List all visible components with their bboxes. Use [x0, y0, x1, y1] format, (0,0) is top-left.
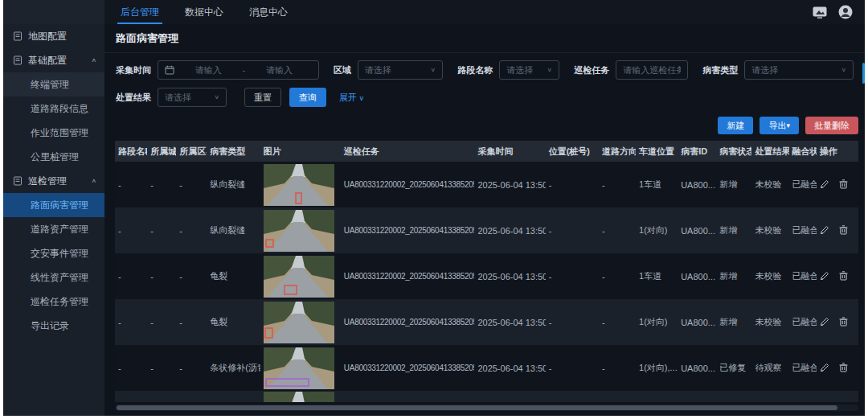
export-button[interactable]: 导出: [760, 117, 799, 134]
user-avatar-icon[interactable]: [837, 4, 854, 20]
disease-type-select[interactable]: 请选择: [744, 60, 854, 80]
cell-collect-time: [474, 391, 545, 402]
delete-icon[interactable]: [839, 317, 848, 327]
column-header: 病害ID: [678, 141, 716, 162]
sidebar-item-导出记录[interactable]: 导出记录: [3, 314, 104, 338]
cell-lane: 1车道: [636, 162, 678, 207]
cell-image: [260, 162, 341, 207]
tab-后台管理[interactable]: 后台管理: [108, 0, 172, 24]
sidebar-item-巡检任务管理[interactable]: 巡检任务管理: [3, 290, 104, 314]
collect-time-range-input[interactable]: 请输入 - 请输入: [158, 60, 319, 80]
column-header: 车道位置: [636, 141, 678, 162]
column-header: 操作: [817, 141, 858, 162]
delete-icon[interactable]: [839, 225, 848, 235]
sidebar-item-基础配置[interactable]: 基础配置 ∧: [3, 48, 104, 72]
pagination-bar: 共 12706 条 ‹ 123456 ••• 1271 › 10条/页 前往 页: [104, 411, 865, 416]
reset-button[interactable]: 重置: [244, 88, 281, 107]
disease-photo[interactable]: [264, 347, 334, 389]
edit-icon[interactable]: [820, 179, 829, 189]
cell-road-name: -: [115, 345, 147, 391]
calendar-icon: [165, 65, 174, 75]
edit-icon[interactable]: [820, 363, 829, 372]
column-header: 巡检任务: [341, 141, 475, 162]
sidebar-item-地图配置[interactable]: 地图配置: [3, 24, 104, 48]
column-header: 病害状态: [716, 141, 751, 162]
cell-fusion-status: 已融合: [789, 299, 817, 345]
handle-result-select[interactable]: 请选择: [158, 88, 227, 107]
sidebar-item-label: 交安事件管理: [31, 247, 88, 261]
sidebar-item-公里桩管理[interactable]: 公里桩管理: [3, 145, 104, 169]
vertical-scrollbar-thumb[interactable]: [862, 63, 865, 84]
table-row[interactable]: - - - 纵向裂缝 UA800331220002_20250604133852…: [115, 207, 858, 253]
edit-icon[interactable]: [820, 271, 829, 281]
disease-photo[interactable]: [264, 210, 334, 252]
cell-lane: [636, 391, 678, 402]
delete-icon[interactable]: [839, 363, 848, 372]
cell-direction: -: [599, 253, 636, 299]
cell-patrol-task: UA800331220002_20250604133852059: [341, 207, 475, 253]
logo-area: [3, 0, 104, 24]
cell-operations: [817, 299, 858, 345]
delete-icon[interactable]: [839, 271, 848, 281]
cell-disease-id: UA800...: [678, 299, 716, 345]
search-button[interactable]: 查询: [289, 88, 326, 107]
cell-position: -: [546, 162, 599, 207]
create-button[interactable]: 新建: [718, 117, 753, 134]
table-row[interactable]: - - - 龟裂 UA800331220002_2025060413385205…: [115, 299, 858, 345]
screen-cast-icon[interactable]: [812, 4, 828, 20]
table-row[interactable]: - - - 条状修补(沥青) UA800331220002_2025060413…: [115, 345, 858, 391]
sidebar-item-路面病害管理[interactable]: 路面病害管理: [3, 193, 104, 217]
sidebar-item-label: 基础配置: [28, 54, 67, 68]
disease-photo[interactable]: [264, 392, 334, 402]
column-header: 路段名称: [115, 141, 147, 162]
cell-patrol-task: [341, 391, 475, 402]
region-placeholder: 请选择: [365, 64, 391, 76]
cell-fusion-status: 已融合: [789, 207, 817, 253]
disease-photo[interactable]: [264, 164, 334, 206]
edit-icon[interactable]: [820, 225, 829, 235]
disease-photo[interactable]: [264, 256, 334, 298]
cell-direction: -: [599, 299, 636, 345]
sidebar-item-作业范围管理[interactable]: 作业范围管理: [3, 121, 104, 145]
cell-lane: 1(对向): [636, 299, 678, 345]
sidebar-item-巡检管理[interactable]: 巡检管理 ∧: [3, 169, 104, 193]
main-content: 路面病害管理 采集时间 请输入 - 请输入 区域 请选择 路段名称 请选择 巡检…: [104, 24, 865, 416]
expand-filters-link[interactable]: 展开: [339, 92, 364, 104]
cell-fusion-status: 已融合: [789, 345, 817, 391]
sidebar-item-道路路段信息[interactable]: 道路路段信息: [3, 97, 104, 121]
table-row[interactable]: - - - 纵向裂缝 UA800331220002_20250604133852…: [115, 162, 858, 207]
horizontal-scrollbar[interactable]: [115, 405, 858, 411]
disease-photo[interactable]: [264, 302, 334, 343]
sidebar-item-道路资产管理[interactable]: 道路资产管理: [3, 217, 104, 241]
cell-operations: [817, 162, 858, 207]
batch-delete-button[interactable]: 批量删除: [805, 117, 858, 134]
horizontal-scrollbar-thumb[interactable]: [117, 405, 837, 410]
cell-image: [260, 207, 341, 253]
cell-disease-id: UA800...: [678, 162, 716, 207]
cell-patrol-task: UA800331220002_20250604133852059: [341, 162, 475, 207]
edit-icon[interactable]: [820, 317, 829, 327]
cell-road-name: -: [115, 299, 147, 345]
patrol-task-input[interactable]: 请输入巡检任务名称: [616, 60, 688, 80]
cell-city: -: [147, 299, 176, 345]
sidebar-item-label: 路面病害管理: [31, 199, 88, 212]
cell-image: [260, 253, 341, 299]
sidebar-item-线性资产管理[interactable]: 线性资产管理: [3, 265, 104, 290]
delete-icon[interactable]: [839, 179, 848, 189]
sidebar: 地图配置 基础配置 ∧ 终端管理 道路路段信息 作业范围管理 公里桩管理 巡检管…: [3, 24, 104, 416]
table-row[interactable]: - - - 龟裂 UA800331220002_2025060413385205…: [115, 253, 858, 299]
sidebar-item-label: 地图配置: [28, 30, 67, 43]
cell-disease-type: 纵向裂缝: [207, 207, 260, 253]
tab-消息中心[interactable]: 消息中心: [236, 0, 301, 24]
sidebar-item-交安事件管理[interactable]: 交安事件管理: [3, 241, 104, 265]
cell-fusion-status: 已融合: [789, 162, 817, 207]
cell-patrol-task: UA800331220002_20250604133852059: [341, 345, 475, 391]
table-row[interactable]: [115, 391, 858, 402]
cell-disease-id: UA800...: [678, 345, 716, 391]
tab-数据中心[interactable]: 数据中心: [172, 0, 236, 24]
region-select[interactable]: 请选择: [358, 60, 443, 80]
road-name-select[interactable]: 请选择: [499, 60, 559, 80]
cell-handle-result: 待观察: [751, 345, 788, 391]
cell-position: [546, 391, 599, 402]
sidebar-item-终端管理[interactable]: 终端管理: [3, 72, 104, 97]
